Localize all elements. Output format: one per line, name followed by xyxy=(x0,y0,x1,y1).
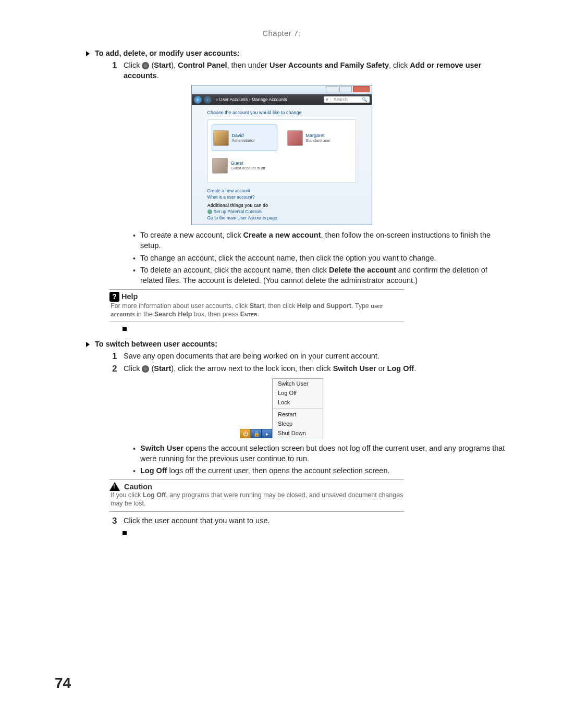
vista-accounts-screenshot: ‹ › « User Accounts › Manage Accounts ▾|… xyxy=(191,85,372,225)
avatar xyxy=(212,158,228,174)
link-parental-controls[interactable]: Set up Parental Controls xyxy=(207,209,356,214)
link-what-is-account[interactable]: What is a user account? xyxy=(207,194,356,200)
link-main-accounts[interactable]: Go to the main User Accounts page xyxy=(207,215,356,220)
search-icon: 🔍 xyxy=(362,97,368,102)
lock-button[interactable]: 🔒 xyxy=(251,429,262,438)
minimize-button[interactable] xyxy=(326,86,338,92)
step-3: 3 Click the user account that you want t… xyxy=(112,516,508,526)
window-titlebar xyxy=(192,85,372,94)
task-heading-text: To switch between user accounts: xyxy=(95,340,217,348)
power-button[interactable]: ⏻ xyxy=(240,429,251,438)
links-section: Create a new account What is a user acco… xyxy=(207,188,356,220)
help-body: For more information about user accounts… xyxy=(109,302,404,319)
window-body: Choose the account you would like to cha… xyxy=(192,105,372,225)
caution-icon xyxy=(109,482,120,491)
menu-separator xyxy=(273,408,323,409)
triangle-bullet-icon xyxy=(86,342,90,347)
shield-icon xyxy=(207,209,212,214)
bullet-item: •To change an account, click the account… xyxy=(133,253,508,264)
menu-arrow-button[interactable]: ▸ xyxy=(262,429,272,438)
menu-shut-down[interactable]: Shut Down xyxy=(273,428,323,438)
nav-bar: ‹ › « User Accounts › Manage Accounts ▾|… xyxy=(192,94,372,105)
task-heading-switch: To switch between user accounts: xyxy=(86,340,508,348)
close-button[interactable] xyxy=(353,86,370,92)
prompt-text: Choose the account you would like to cha… xyxy=(207,110,356,115)
link-create-account[interactable]: Create a new account xyxy=(207,188,356,193)
bullet-list-2: • Switch User opens the account selectio… xyxy=(133,443,508,476)
menu-log-off[interactable]: Log Off xyxy=(273,388,323,398)
bullet-item: • Switch User opens the account selectio… xyxy=(133,443,508,464)
help-heading: ? Help xyxy=(109,292,404,302)
power-lock-buttons: ⏻ 🔒 ▸ xyxy=(240,429,272,438)
bullet-item: • To create a new account, click Create … xyxy=(133,230,508,251)
account-margaret[interactable]: Margaret Standard user xyxy=(287,125,350,151)
avatar xyxy=(213,130,229,146)
task-heading-text: To add, delete, or modify user accounts: xyxy=(95,49,240,57)
task-heading-add: To add, delete, or modify user accounts: xyxy=(86,49,508,57)
step-number: 2 xyxy=(112,364,124,374)
maximize-button[interactable] xyxy=(339,86,352,92)
menu-switch-user[interactable]: Switch User xyxy=(273,379,323,388)
help-callout: ? Help For more information about user a… xyxy=(109,289,404,323)
account-guest[interactable]: Guest Guest account is off xyxy=(212,154,275,177)
caution-callout: Caution If you click Log Off, any progra… xyxy=(109,479,404,512)
lock-icon: 🔒 xyxy=(253,431,260,437)
menu-sleep[interactable]: Sleep xyxy=(273,419,323,428)
search-placeholder: Search xyxy=(334,97,348,102)
forward-button[interactable]: › xyxy=(204,96,212,104)
power-icon: ⏻ xyxy=(243,431,248,437)
bullet-item: • Log Off logs off the current user, the… xyxy=(133,466,508,476)
additional-heading: Additional things you can do xyxy=(207,203,356,208)
step-1-s2: 1 Save any open documents that are being… xyxy=(112,351,508,362)
caution-heading: Caution xyxy=(109,482,404,491)
step-text: Click (Start), click the arrow next to t… xyxy=(124,364,508,374)
step-text: Save any open documents that are being w… xyxy=(124,351,508,362)
search-input[interactable]: ▾| Search 🔍 xyxy=(324,96,370,103)
triangle-bullet-icon xyxy=(86,51,90,56)
step-text: Click (Start), Control Panel, then under… xyxy=(124,60,508,81)
shutdown-popup-menu: Switch User Log Off Lock Restart Sleep S… xyxy=(272,378,323,438)
end-of-task-icon xyxy=(123,327,127,331)
step-number: 1 xyxy=(112,60,124,81)
start-orb-icon xyxy=(142,62,149,69)
step-text: Click the user account that you want to … xyxy=(124,516,508,526)
account-david[interactable]: David Administrator xyxy=(212,125,277,151)
caution-body: If you click Log Off, any programs that … xyxy=(109,491,404,508)
step-number: 1 xyxy=(112,351,124,362)
avatar xyxy=(287,130,303,146)
step-1-s1: 1 Click (Start), Control Panel, then und… xyxy=(112,60,508,81)
page: Chapter 7: To add, delete, or modify use… xyxy=(0,0,563,728)
step-number: 3 xyxy=(112,516,124,526)
bullet-list-1: • To create a new account, click Create … xyxy=(133,230,508,286)
menu-lock[interactable]: Lock xyxy=(273,398,323,407)
help-icon: ? xyxy=(109,292,119,302)
menu-restart[interactable]: Restart xyxy=(273,410,323,419)
chapter-heading: Chapter 7: xyxy=(55,29,508,38)
back-button[interactable]: ‹ xyxy=(194,96,202,104)
end-of-task-icon xyxy=(123,531,127,535)
shutdown-menu-screenshot: ⏻ 🔒 ▸ Switch User Log Off Lock Restart S… xyxy=(240,378,323,438)
breadcrumb[interactable]: « User Accounts › Manage Accounts xyxy=(214,97,322,102)
step-2-s2: 2 Click (Start), click the arrow next to… xyxy=(112,364,508,374)
chevron-right-icon: ▸ xyxy=(266,431,268,437)
start-orb-icon xyxy=(142,365,149,373)
page-number: 74 xyxy=(55,675,71,692)
accounts-panel: David Administrator Margaret Standard us… xyxy=(207,119,356,183)
bullet-item: • To delete an account, click the accoun… xyxy=(133,265,508,286)
